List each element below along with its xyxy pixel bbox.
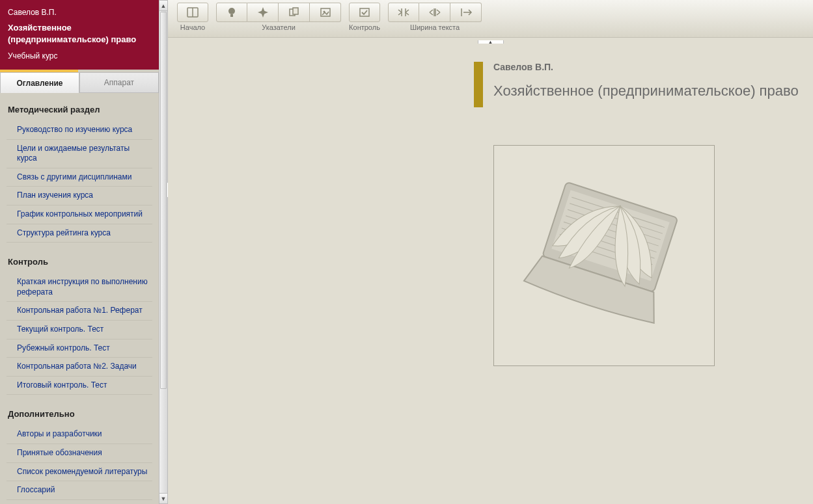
toolbar-group-control: Контроль — [349, 3, 380, 31]
sidebar-header: Савелов В.П. Хозяйственное (предпринимат… — [0, 0, 159, 70]
toc-section: Методический разделРуководство по изучен… — [7, 105, 152, 243]
title-block: Савелов В.П. Хозяйственное (предпринимат… — [181, 62, 800, 99]
toc-item[interactable]: Контрольная работа №2. Задачи — [7, 358, 152, 377]
start-button[interactable] — [177, 3, 208, 22]
toc-item[interactable]: Текущий контроль. Тест — [7, 321, 152, 339]
sidebar-scrollbar[interactable]: ▲ ▼ — [159, 0, 168, 504]
toc-item[interactable]: Краткая инструкция по выполнению реферат… — [7, 273, 152, 302]
width-narrow-button[interactable] — [388, 3, 419, 22]
toc-item[interactable]: Принятые обозначения — [7, 444, 152, 463]
toolbar-label-indexes: Указатели — [262, 23, 296, 31]
content-author: Савелов В.П. — [493, 62, 800, 72]
toc-item[interactable]: График контрольных мероприятий — [7, 206, 152, 224]
toc-section-title: Методический раздел — [7, 105, 152, 114]
content-area: Савелов В.П. Хозяйственное (предпринимат… — [168, 44, 813, 504]
toolbar-group-textwidth: Ширина текста — [388, 3, 482, 31]
width-medium-icon — [428, 7, 441, 18]
toolbar-label-start: Начало — [180, 23, 205, 31]
toc-item[interactable]: Контрольная работа №1. Реферат — [7, 302, 152, 321]
toc-item[interactable]: Авторы и разработчики — [7, 425, 152, 444]
toolbar: Начало Указатели — [168, 0, 813, 38]
toc-item[interactable]: Связь с другими дисциплинами — [7, 168, 152, 187]
toc-item[interactable]: Список используемых сокращений — [7, 500, 152, 504]
index-image-button[interactable] — [310, 3, 341, 22]
toc-section-title: Контроль — [7, 257, 152, 267]
compass-icon — [257, 7, 269, 18]
toc-item[interactable]: Итоговый контроль. Тест — [7, 377, 152, 395]
width-narrow-icon — [397, 7, 410, 18]
svg-point-2 — [228, 8, 235, 14]
toc-section: КонтрольКраткая инструкция по выполнению… — [7, 257, 152, 395]
content-title: Хозяйственное (предпринимательское) прав… — [493, 83, 800, 99]
toolbar-group-start: Начало — [177, 3, 208, 31]
toc-section: ДополнительноАвторы и разработчикиПринят… — [7, 409, 152, 504]
table-of-contents: Методический разделРуководство по изучен… — [0, 93, 159, 504]
toolbar-group-indexes: Указатели — [216, 3, 341, 31]
cover-illustration — [493, 145, 715, 366]
width-wide-button[interactable] — [450, 3, 482, 22]
width-medium-button[interactable] — [419, 3, 450, 22]
index-pages-button[interactable] — [279, 3, 310, 22]
sidebar: Савелов В.П. Хозяйственное (предпринимат… — [0, 0, 159, 504]
svg-rect-7 — [293, 8, 298, 14]
scroll-thumb[interactable] — [160, 12, 167, 389]
toolbar-label-control: Контроль — [349, 23, 380, 31]
scroll-down-icon[interactable]: ▼ — [159, 493, 167, 503]
pages-icon — [288, 7, 300, 18]
svg-rect-10 — [360, 8, 369, 16]
index-bulb-button[interactable] — [216, 3, 247, 22]
toc-section-title: Дополнительно — [7, 409, 152, 419]
image-icon — [320, 7, 331, 18]
sidebar-tabs: Оглавление Аппарат — [0, 72, 159, 93]
toc-item[interactable]: Структура рейтинга курса — [7, 224, 152, 243]
title-accent-bar — [474, 62, 483, 107]
toc-item[interactable]: Глоссарий — [7, 481, 152, 500]
book-icon — [186, 7, 199, 18]
course-author: Савелов В.П. — [8, 8, 151, 17]
tab-apparatus[interactable]: Аппарат — [79, 72, 159, 93]
toc-item[interactable]: Рубежный контроль. Тест — [7, 339, 152, 358]
svg-rect-3 — [230, 14, 233, 17]
app-root: Савелов В.П. Хозяйственное (предпринимат… — [0, 0, 813, 504]
main-area: Начало Указатели — [168, 0, 813, 504]
index-compass-button[interactable] — [247, 3, 279, 22]
toc-item[interactable]: Список рекомендуемой литературы — [7, 463, 152, 482]
bulb-icon — [227, 7, 237, 18]
laptop-book-icon — [506, 158, 702, 353]
course-subtitle: Учебный курс — [8, 51, 151, 60]
toolbar-label-textwidth: Ширина текста — [410, 23, 460, 31]
scroll-up-icon[interactable]: ▲ — [159, 1, 167, 11]
width-wide-icon — [460, 7, 473, 18]
toc-item[interactable]: Цели и ожидаемые результаты курса — [7, 140, 152, 168]
toc-item[interactable]: План изучения курса — [7, 187, 152, 206]
checklist-icon — [359, 7, 370, 18]
control-button[interactable] — [349, 3, 380, 22]
toolbar-collapse: ▲ — [168, 37, 813, 44]
svg-marker-5 — [258, 10, 268, 14]
tab-toc[interactable]: Оглавление — [0, 72, 79, 93]
toc-item[interactable]: Руководство по изучению курса — [7, 121, 152, 140]
course-title: Хозяйственное (предпринимательское) прав… — [8, 22, 151, 45]
